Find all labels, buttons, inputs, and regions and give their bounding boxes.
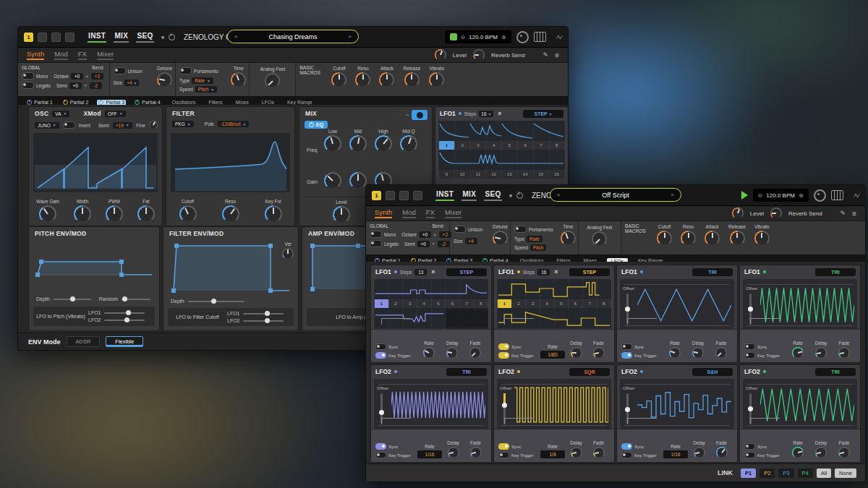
expand-window-icon[interactable]: ↗↙ <box>556 34 562 40</box>
sync-toggle[interactable] <box>375 343 386 350</box>
slot-4-button[interactable] <box>413 191 422 200</box>
slot-1-button[interactable]: 1 <box>372 191 381 200</box>
delay-knob[interactable] <box>692 347 704 359</box>
sync-toggle[interactable] <box>621 343 632 350</box>
macro-vibrato-knob[interactable] <box>429 72 444 87</box>
lfo-shape-dropdown[interactable]: STEP ▼ <box>523 110 563 118</box>
key-trigger-toggle[interactable] <box>375 352 386 359</box>
size-value[interactable]: +4 ▼ <box>124 80 139 86</box>
portamento-toggle[interactable] <box>179 67 192 74</box>
delay-knob[interactable] <box>571 347 582 359</box>
unison-toggle[interactable] <box>114 67 126 74</box>
slot-3-button[interactable] <box>399 191 409 200</box>
slot-4-button[interactable] <box>65 33 75 42</box>
level-knob[interactable] <box>435 49 446 61</box>
fade-knob[interactable] <box>838 447 850 458</box>
macro-attack-knob[interactable] <box>705 231 720 246</box>
step-cell[interactable]: 6 <box>569 299 582 308</box>
step-cell[interactable]: 14 <box>518 170 533 179</box>
width-knob[interactable] <box>74 205 91 223</box>
keyboard-icon[interactable] <box>831 190 843 200</box>
play-state-icon[interactable] <box>450 33 457 40</box>
lfo1-step-display[interactable]: 12345678 910111213141516 <box>438 121 565 179</box>
sync-toggle[interactable] <box>498 443 509 450</box>
vel-knob[interactable] <box>282 248 294 260</box>
filter-depth-slider[interactable] <box>188 301 244 302</box>
pitch-env-display[interactable] <box>30 240 158 294</box>
pitch-lfo1-slider[interactable] <box>104 312 145 314</box>
step-cell[interactable]: 6 <box>446 299 459 308</box>
patch-next-icon[interactable]: > <box>671 192 674 198</box>
sync-toggle[interactable] <box>744 343 755 350</box>
pole-dropdown[interactable]: -12dB/oct▼ <box>218 121 250 127</box>
link-none-button[interactable]: None <box>835 468 856 478</box>
tab-mixer[interactable]: Mixer <box>97 50 114 60</box>
tab-inst[interactable]: INST <box>435 189 454 201</box>
tab-fx[interactable]: FX <box>426 208 435 218</box>
gain-mid-knob[interactable] <box>349 172 367 189</box>
osc-wave-display[interactable] <box>33 133 158 192</box>
rate-value[interactable]: 1/16 <box>663 450 688 458</box>
bend-down-value[interactable]: -2 <box>90 82 102 89</box>
mono-toggle[interactable] <box>370 231 382 238</box>
freq-low-knob[interactable] <box>324 135 341 153</box>
pitch-random-slider[interactable] <box>122 299 150 300</box>
filter-lfo1-slider[interactable] <box>243 313 284 314</box>
key-trigger-toggle[interactable] <box>621 352 632 359</box>
key-trigger-toggle[interactable] <box>375 452 386 458</box>
steps-value[interactable]: 16 ▼ <box>479 111 493 117</box>
rate-knob[interactable] <box>423 347 435 359</box>
link-p3-button[interactable]: P3 <box>778 468 793 478</box>
stop-icon[interactable]: ■ <box>509 193 512 198</box>
legato-toggle[interactable] <box>22 82 34 89</box>
step-cell[interactable]: 5 <box>502 141 517 150</box>
link-p4-button[interactable]: P4 <box>798 468 813 478</box>
delay-knob[interactable] <box>815 447 827 458</box>
step-cell[interactable]: 10 <box>455 170 470 179</box>
macro-release-knob[interactable] <box>730 231 745 246</box>
step-cell[interactable]: 4 <box>486 141 501 150</box>
freq-midq-knob[interactable] <box>400 135 417 153</box>
bend-down-value[interactable]: -2 <box>438 241 450 247</box>
reso-knob[interactable] <box>222 205 239 223</box>
step-cell[interactable]: 1 <box>498 299 511 308</box>
analog-feel-knob[interactable] <box>592 231 607 247</box>
step-cell[interactable]: 9 <box>439 170 454 179</box>
portamento-type-dropdown[interactable]: Rate <box>527 236 542 242</box>
steps-value[interactable]: 16 <box>537 269 550 275</box>
fade-knob[interactable] <box>593 347 605 359</box>
lfo-shape-dropdown[interactable]: STEP <box>446 268 487 276</box>
menu-icon[interactable]: ≡ <box>852 210 856 218</box>
step-cell[interactable]: 1 <box>375 299 388 308</box>
step-cell[interactable]: 7 <box>583 299 597 308</box>
menu-icon[interactable]: ≡ <box>555 51 559 59</box>
slot-2-button[interactable] <box>38 33 47 42</box>
lfo-shape-dropdown[interactable]: STEP <box>569 268 610 276</box>
pitch-lfo2-slider[interactable] <box>104 320 145 321</box>
analog-feel-knob[interactable] <box>265 73 280 88</box>
fade-knob[interactable] <box>593 447 605 458</box>
link-p2-button[interactable]: P2 <box>760 468 775 478</box>
delay-knob[interactable] <box>815 347 827 359</box>
freq-high-knob[interactable] <box>375 135 392 153</box>
env-mode-adsr-button[interactable]: ADSR <box>67 336 101 347</box>
octave-value[interactable]: +0 <box>71 73 83 80</box>
stop-icon[interactable]: ■ <box>161 35 164 40</box>
lfo-shape-dropdown[interactable]: TRI <box>815 268 856 276</box>
expand-window-icon[interactable]: ↗↙ <box>853 192 859 199</box>
eq-button[interactable]: EQ <box>305 121 328 129</box>
step-cell[interactable]: 8 <box>474 299 488 308</box>
filter-env-display[interactable] <box>165 239 297 296</box>
knob-view-toggle[interactable] <box>412 110 427 120</box>
bpm-value[interactable]: 120.0 BPM <box>766 192 795 199</box>
macro-cutoff-knob[interactable] <box>331 72 346 87</box>
fade-knob[interactable] <box>469 347 481 359</box>
key-trigger-toggle[interactable] <box>498 352 509 359</box>
macro-attack-knob[interactable] <box>379 72 394 87</box>
macro-vibrato-knob[interactable] <box>754 231 770 246</box>
step-cell[interactable]: 6 <box>518 141 533 150</box>
step-cell[interactable]: 3 <box>526 299 540 308</box>
bpm-plus-icon[interactable]: ⊕ <box>799 192 804 199</box>
filter-type-dropdown[interactable]: PKG▼ <box>172 121 194 127</box>
expand-lfo-icon[interactable]: × <box>554 268 558 275</box>
